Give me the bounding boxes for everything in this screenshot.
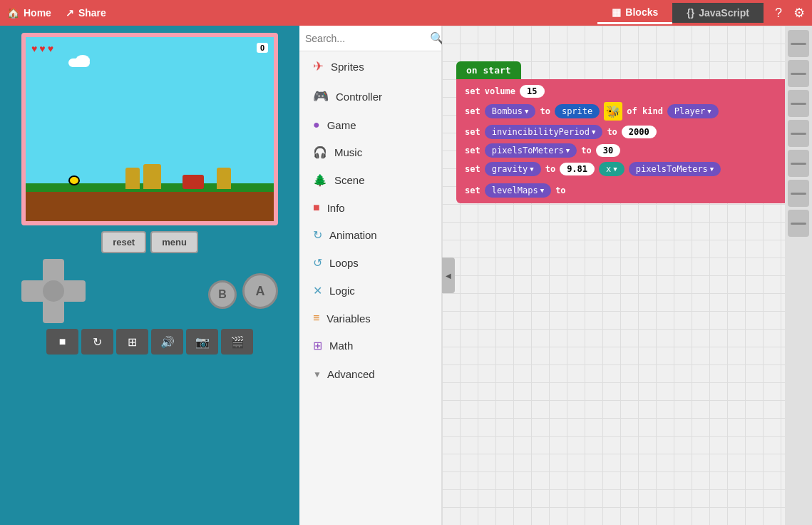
set-levelmaps-block[interactable]: set levelMaps ▼ to	[465, 183, 790, 198]
sidebar-item-scene[interactable]: 🌲 Scene	[299, 166, 441, 194]
sidebar-item-advanced[interactable]: ▼ Advanced	[299, 360, 441, 389]
levelmaps-dropdown[interactable]: levelMaps ▼	[485, 183, 551, 198]
share-label: Share	[78, 7, 106, 19]
search-box: 🔍	[299, 26, 441, 51]
player-dropdown[interactable]: Player ▼	[667, 104, 719, 118]
js-icon: {}	[687, 7, 694, 19]
on-start-block[interactable]: on start	[456, 61, 521, 79]
set-invincibility-block[interactable]: set invincibilityPeriod ▼ to 2000	[465, 125, 790, 139]
x-chevron-icon: ▼	[613, 165, 617, 173]
stop-button[interactable]: ■	[46, 329, 78, 355]
info-icon: ■	[313, 201, 320, 214]
sidebar-label-sprites: Sprites	[331, 61, 364, 73]
main-code-block: set volume 15 set Bombus ▼ to sprite 🐝 o…	[456, 79, 798, 203]
controller-row: B A	[21, 259, 278, 323]
sidebar-item-controller[interactable]: 🎮 Controller	[299, 81, 441, 111]
heart-2: ♥	[39, 43, 45, 54]
pixels-chevron-icon: ▼	[566, 147, 570, 154]
sidebar-item-game[interactable]: ● Game	[299, 111, 441, 138]
bombus-dropdown[interactable]: Bombus ▼	[485, 104, 536, 118]
sidebar-item-logic[interactable]: ✕ Logic	[299, 277, 441, 305]
sidebar-label-scene: Scene	[334, 174, 365, 186]
refresh-button[interactable]: ↻	[81, 329, 113, 355]
tab-blocks[interactable]: ▦ Blocks	[597, 2, 672, 24]
code-area: ◀ on start set volume 15 set Bombus	[442, 26, 812, 525]
pixels-dropdown[interactable]: pixelsToMeters ▼	[485, 143, 577, 158]
animation-icon: ↻	[313, 228, 322, 242]
set-bombus-block[interactable]: set Bombus ▼ to sprite 🐝 of kind Player …	[465, 102, 790, 121]
sidebar-label-controller: Controller	[336, 91, 382, 103]
chevron-left-icon: ◀	[446, 272, 451, 280]
invincibility-dropdown[interactable]: invincibilityPeriod ▼	[485, 125, 603, 139]
camera-button[interactable]: 📷	[186, 329, 218, 355]
sidebar-items-list: ✈ Sprites 🎮 Controller ● Game 🎧 Music 🌲 …	[299, 51, 441, 525]
share-icon: ↗	[66, 7, 74, 19]
game-screen: ♥ ♥ ♥ 0	[21, 33, 278, 225]
screenshot-button[interactable]: ⊞	[116, 329, 148, 355]
set-gravity-block[interactable]: set gravity ▼ to 9.81 x ▼ pixelsToMeters…	[465, 162, 790, 176]
sidebar-item-variables[interactable]: ≡ Variables	[299, 305, 441, 332]
right-slot-4	[788, 120, 809, 147]
variables-icon: ≡	[313, 312, 319, 325]
game-controls-row: reset menu	[101, 231, 198, 253]
reset-button[interactable]: reset	[101, 231, 146, 253]
sidebar-label-music: Music	[334, 146, 362, 158]
sidebar-item-math[interactable]: ⊞ Math	[299, 332, 441, 360]
sidebar-label-animation: Animation	[329, 229, 377, 241]
b-button[interactable]: B	[208, 280, 237, 309]
sidebar-item-sprites[interactable]: ✈ Sprites	[299, 51, 441, 81]
share-nav[interactable]: ↗ Share	[66, 7, 106, 19]
sidebar-item-animation[interactable]: ↻ Animation	[299, 221, 441, 249]
help-icon[interactable]: ?	[775, 6, 782, 21]
bombus-chevron-icon: ▼	[525, 108, 528, 115]
set-volume-block[interactable]: set volume 15	[465, 85, 790, 98]
sidebar-item-info[interactable]: ■ Info	[299, 194, 441, 221]
inv-chevron-icon: ▼	[592, 128, 595, 136]
right-slot-3	[788, 90, 809, 117]
right-slot-2	[788, 60, 809, 87]
sidebar-label-game: Game	[327, 119, 356, 131]
score-badge: 0	[257, 43, 268, 53]
heart-1: ♥	[31, 43, 37, 54]
menu-button[interactable]: menu	[150, 231, 198, 253]
sidebar-label-loops: Loops	[329, 257, 359, 269]
a-button[interactable]: A	[242, 273, 278, 309]
sidebar-label-info: Info	[327, 202, 345, 214]
right-slot-6	[788, 180, 809, 207]
math-icon: ⊞	[313, 339, 322, 352]
sprite-label-block: sprite	[555, 104, 600, 118]
music-icon: 🎧	[313, 146, 327, 159]
player-chevron-icon: ▼	[707, 108, 711, 115]
dpad[interactable]	[21, 259, 86, 323]
sidebar-item-loops[interactable]: ↺ Loops	[299, 249, 441, 277]
sidebar: 🔍 ✈ Sprites 🎮 Controller ● Game 🎧 Music …	[299, 26, 442, 525]
topbar: 🏠 Home ↗ Share ▦ Blocks {} JavaScript ? …	[0, 0, 812, 26]
ref-chevron-icon: ▼	[710, 165, 714, 173]
record-button[interactable]: 🎬	[221, 329, 253, 355]
right-slot-5	[788, 150, 809, 177]
heart-3: ♥	[48, 43, 53, 54]
home-nav[interactable]: 🏠 Home	[7, 7, 51, 19]
right-panel	[785, 26, 812, 525]
pixels-to-meters-ref[interactable]: pixelsToMeters ▼	[629, 162, 721, 176]
settings-icon[interactable]: ⚙	[793, 5, 805, 21]
bee-sprite-icon[interactable]: 🐝	[604, 102, 622, 121]
sidebar-label-variables: Variables	[327, 312, 370, 325]
scene-icon: 🌲	[313, 173, 327, 187]
sidebar-item-music[interactable]: 🎧 Music	[299, 138, 441, 166]
gravity-dropdown[interactable]: gravity ▼	[485, 162, 541, 176]
tab-javascript[interactable]: {} JavaScript	[672, 3, 764, 23]
code-blocks-container: on start set volume 15 set Bombus ▼	[456, 61, 798, 203]
game-icon: ●	[313, 118, 320, 131]
hearts-display: ♥ ♥ ♥	[31, 43, 53, 54]
home-label: Home	[24, 7, 51, 19]
collapse-sidebar-button[interactable]: ◀	[442, 258, 455, 293]
levelmaps-chevron-icon: ▼	[540, 187, 544, 194]
search-input[interactable]	[305, 33, 430, 44]
game-preview-panel: ♥ ♥ ♥ 0 reset menu	[0, 26, 299, 525]
volume-button[interactable]: 🔊	[151, 329, 183, 355]
set-pixels-block[interactable]: set pixelsToMeters ▼ to 30	[465, 143, 790, 158]
sprites-icon: ✈	[313, 58, 324, 74]
logic-icon: ✕	[313, 284, 322, 297]
right-slot-7	[788, 210, 809, 237]
